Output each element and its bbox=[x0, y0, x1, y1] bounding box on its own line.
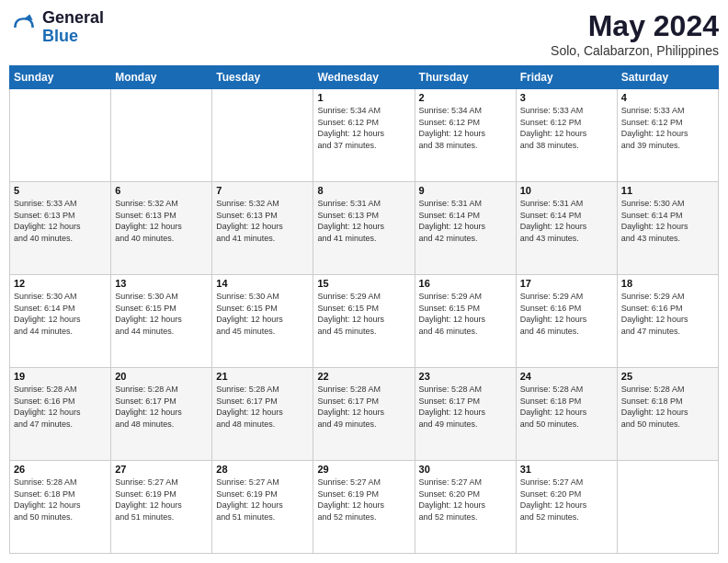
calendar-cell: 24Sunrise: 5:28 AM Sunset: 6:18 PM Dayli… bbox=[516, 368, 617, 461]
logo-line2: Blue bbox=[42, 28, 104, 46]
day-info: Sunrise: 5:34 AM Sunset: 6:12 PM Dayligh… bbox=[419, 105, 512, 151]
day-info: Sunrise: 5:29 AM Sunset: 6:15 PM Dayligh… bbox=[317, 291, 410, 337]
day-number: 1 bbox=[317, 92, 410, 103]
logo-text: General Blue bbox=[42, 9, 104, 46]
day-number: 2 bbox=[419, 92, 512, 103]
day-info: Sunrise: 5:33 AM Sunset: 6:13 PM Dayligh… bbox=[14, 198, 107, 244]
calendar-cell: 14Sunrise: 5:30 AM Sunset: 6:15 PM Dayli… bbox=[212, 275, 313, 368]
day-number: 17 bbox=[520, 278, 613, 289]
day-number: 26 bbox=[14, 464, 107, 475]
calendar-cell: 12Sunrise: 5:30 AM Sunset: 6:14 PM Dayli… bbox=[10, 275, 111, 368]
day-info: Sunrise: 5:32 AM Sunset: 6:13 PM Dayligh… bbox=[216, 198, 309, 244]
day-info: Sunrise: 5:27 AM Sunset: 6:19 PM Dayligh… bbox=[317, 477, 410, 523]
day-info: Sunrise: 5:30 AM Sunset: 6:14 PM Dayligh… bbox=[621, 198, 714, 244]
day-number: 18 bbox=[621, 278, 714, 289]
day-info: Sunrise: 5:27 AM Sunset: 6:19 PM Dayligh… bbox=[216, 477, 309, 523]
day-info: Sunrise: 5:28 AM Sunset: 6:18 PM Dayligh… bbox=[520, 384, 613, 430]
calendar-cell: 6Sunrise: 5:32 AM Sunset: 6:13 PM Daylig… bbox=[111, 182, 212, 275]
calendar-cell bbox=[111, 89, 212, 182]
day-info: Sunrise: 5:28 AM Sunset: 6:18 PM Dayligh… bbox=[621, 384, 714, 430]
day-info: Sunrise: 5:33 AM Sunset: 6:12 PM Dayligh… bbox=[621, 105, 714, 151]
day-number: 3 bbox=[520, 92, 613, 103]
calendar-cell: 23Sunrise: 5:28 AM Sunset: 6:17 PM Dayli… bbox=[415, 368, 516, 461]
calendar-cell: 22Sunrise: 5:28 AM Sunset: 6:17 PM Dayli… bbox=[313, 368, 415, 461]
day-number: 21 bbox=[216, 371, 309, 382]
day-number: 20 bbox=[115, 371, 208, 382]
day-number: 7 bbox=[216, 185, 309, 196]
calendar-header-row: SundayMondayTuesdayWednesdayThursdayFrid… bbox=[10, 66, 719, 89]
logo: General Blue bbox=[9, 9, 104, 46]
day-info: Sunrise: 5:28 AM Sunset: 6:17 PM Dayligh… bbox=[419, 384, 512, 430]
calendar-cell: 2Sunrise: 5:34 AM Sunset: 6:12 PM Daylig… bbox=[415, 89, 516, 182]
calendar-cell bbox=[10, 89, 111, 182]
day-number: 4 bbox=[621, 92, 714, 103]
calendar-week-row: 26Sunrise: 5:28 AM Sunset: 6:18 PM Dayli… bbox=[10, 461, 719, 554]
calendar-cell: 16Sunrise: 5:29 AM Sunset: 6:15 PM Dayli… bbox=[415, 275, 516, 368]
calendar-cell: 29Sunrise: 5:27 AM Sunset: 6:19 PM Dayli… bbox=[313, 461, 415, 554]
calendar-week-row: 1Sunrise: 5:34 AM Sunset: 6:12 PM Daylig… bbox=[10, 89, 719, 182]
day-info: Sunrise: 5:34 AM Sunset: 6:12 PM Dayligh… bbox=[317, 105, 410, 151]
day-number: 19 bbox=[14, 371, 107, 382]
day-number: 10 bbox=[520, 185, 613, 196]
main-title: May 2024 bbox=[551, 9, 719, 43]
calendar-cell: 17Sunrise: 5:29 AM Sunset: 6:16 PM Dayli… bbox=[516, 275, 617, 368]
day-info: Sunrise: 5:31 AM Sunset: 6:14 PM Dayligh… bbox=[419, 198, 512, 244]
day-info: Sunrise: 5:27 AM Sunset: 6:19 PM Dayligh… bbox=[115, 477, 208, 523]
calendar-week-row: 12Sunrise: 5:30 AM Sunset: 6:14 PM Dayli… bbox=[10, 275, 719, 368]
calendar-week-row: 19Sunrise: 5:28 AM Sunset: 6:16 PM Dayli… bbox=[10, 368, 719, 461]
calendar-cell: 18Sunrise: 5:29 AM Sunset: 6:16 PM Dayli… bbox=[617, 275, 718, 368]
calendar-cell bbox=[617, 461, 718, 554]
day-number: 8 bbox=[317, 185, 410, 196]
calendar-cell: 19Sunrise: 5:28 AM Sunset: 6:16 PM Dayli… bbox=[10, 368, 111, 461]
calendar-week-row: 5Sunrise: 5:33 AM Sunset: 6:13 PM Daylig… bbox=[10, 182, 719, 275]
calendar-cell: 27Sunrise: 5:27 AM Sunset: 6:19 PM Dayli… bbox=[111, 461, 212, 554]
day-number: 23 bbox=[419, 371, 512, 382]
day-number: 6 bbox=[115, 185, 208, 196]
calendar-cell bbox=[212, 89, 313, 182]
calendar-cell: 3Sunrise: 5:33 AM Sunset: 6:12 PM Daylig… bbox=[516, 89, 617, 182]
day-info: Sunrise: 5:31 AM Sunset: 6:14 PM Dayligh… bbox=[520, 198, 613, 244]
day-number: 9 bbox=[419, 185, 512, 196]
header: General Blue May 2024 Solo, Calabarzon, … bbox=[9, 9, 719, 58]
day-info: Sunrise: 5:29 AM Sunset: 6:16 PM Dayligh… bbox=[520, 291, 613, 337]
day-info: Sunrise: 5:28 AM Sunset: 6:17 PM Dayligh… bbox=[317, 384, 410, 430]
day-info: Sunrise: 5:30 AM Sunset: 6:15 PM Dayligh… bbox=[115, 291, 208, 337]
calendar-cell: 20Sunrise: 5:28 AM Sunset: 6:17 PM Dayli… bbox=[111, 368, 212, 461]
calendar-cell: 21Sunrise: 5:28 AM Sunset: 6:17 PM Dayli… bbox=[212, 368, 313, 461]
calendar-day-header: Sunday bbox=[10, 66, 111, 89]
day-info: Sunrise: 5:28 AM Sunset: 6:17 PM Dayligh… bbox=[115, 384, 208, 430]
day-number: 12 bbox=[14, 278, 107, 289]
calendar-cell: 4Sunrise: 5:33 AM Sunset: 6:12 PM Daylig… bbox=[617, 89, 718, 182]
day-number: 11 bbox=[621, 185, 714, 196]
calendar-cell: 1Sunrise: 5:34 AM Sunset: 6:12 PM Daylig… bbox=[313, 89, 415, 182]
title-block: May 2024 Solo, Calabarzon, Philippines bbox=[551, 9, 719, 58]
day-info: Sunrise: 5:29 AM Sunset: 6:15 PM Dayligh… bbox=[419, 291, 512, 337]
calendar-table: SundayMondayTuesdayWednesdayThursdayFrid… bbox=[9, 65, 719, 554]
calendar-day-header: Saturday bbox=[617, 66, 718, 89]
subtitle: Solo, Calabarzon, Philippines bbox=[551, 43, 719, 58]
calendar-cell: 26Sunrise: 5:28 AM Sunset: 6:18 PM Dayli… bbox=[10, 461, 111, 554]
day-number: 5 bbox=[14, 185, 107, 196]
day-number: 15 bbox=[317, 278, 410, 289]
day-number: 14 bbox=[216, 278, 309, 289]
day-number: 27 bbox=[115, 464, 208, 475]
calendar-day-header: Tuesday bbox=[212, 66, 313, 89]
calendar-cell: 7Sunrise: 5:32 AM Sunset: 6:13 PM Daylig… bbox=[212, 182, 313, 275]
day-info: Sunrise: 5:28 AM Sunset: 6:18 PM Dayligh… bbox=[14, 477, 107, 523]
calendar-cell: 5Sunrise: 5:33 AM Sunset: 6:13 PM Daylig… bbox=[10, 182, 111, 275]
day-number: 25 bbox=[621, 371, 714, 382]
day-info: Sunrise: 5:31 AM Sunset: 6:13 PM Dayligh… bbox=[317, 198, 410, 244]
day-info: Sunrise: 5:27 AM Sunset: 6:20 PM Dayligh… bbox=[419, 477, 512, 523]
day-info: Sunrise: 5:27 AM Sunset: 6:20 PM Dayligh… bbox=[520, 477, 613, 523]
calendar-cell: 31Sunrise: 5:27 AM Sunset: 6:20 PM Dayli… bbox=[516, 461, 617, 554]
day-number: 31 bbox=[520, 464, 613, 475]
logo-icon bbox=[9, 13, 39, 42]
calendar-cell: 28Sunrise: 5:27 AM Sunset: 6:19 PM Dayli… bbox=[212, 461, 313, 554]
calendar-day-header: Friday bbox=[516, 66, 617, 89]
calendar-cell: 9Sunrise: 5:31 AM Sunset: 6:14 PM Daylig… bbox=[415, 182, 516, 275]
logo-line1: General bbox=[42, 9, 104, 28]
day-info: Sunrise: 5:28 AM Sunset: 6:16 PM Dayligh… bbox=[14, 384, 107, 430]
day-number: 13 bbox=[115, 278, 208, 289]
calendar-cell: 25Sunrise: 5:28 AM Sunset: 6:18 PM Dayli… bbox=[617, 368, 718, 461]
day-info: Sunrise: 5:30 AM Sunset: 6:14 PM Dayligh… bbox=[14, 291, 107, 337]
